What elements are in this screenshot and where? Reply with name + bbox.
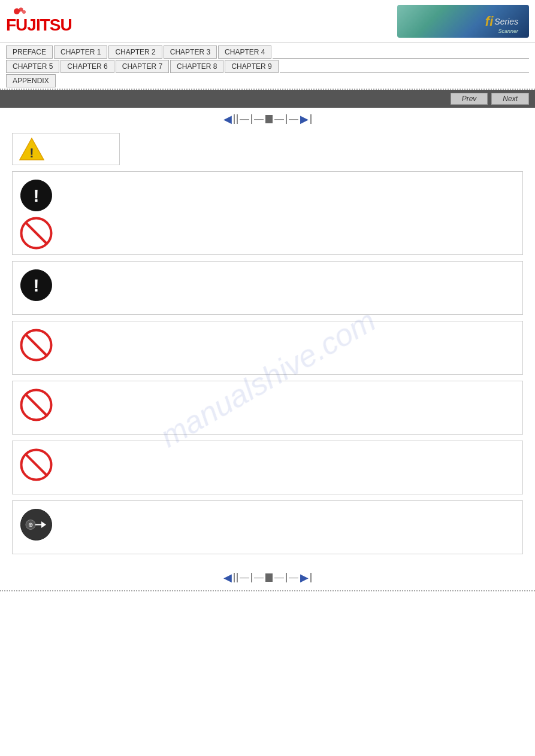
header-banner: fi Series Scanner	[397, 5, 529, 38]
navigation-tabs: PREFACE CHAPTER 1 CHAPTER 2 CHAPTER 3 CH…	[0, 43, 535, 90]
nav-sep-b3: —	[274, 572, 284, 583]
nav-current-block	[265, 115, 273, 123]
nav-bar-1	[234, 114, 235, 124]
nav-bar-b1	[234, 573, 235, 582]
no-symbol-icon-3	[20, 388, 53, 421]
banner-fi-text: fi	[485, 14, 493, 29]
info-box-6: ⊕	[12, 500, 523, 554]
tab-chapter1[interactable]: CHAPTER 1	[54, 45, 107, 59]
nav-bar-4	[286, 114, 287, 124]
tab-chapter5[interactable]: CHAPTER 5	[6, 60, 59, 73]
nav-separator-4: —	[289, 114, 298, 125]
info-box-2: !	[12, 261, 523, 315]
exclamation-circle-icon-2: !	[20, 269, 53, 302]
page-nav-top: ◀ — — — — ▶	[0, 113, 535, 126]
tab-chapter4[interactable]: CHAPTER 4	[218, 45, 271, 59]
info-box-1: !	[12, 171, 523, 255]
banner-subtitle-text: Scanner	[498, 28, 518, 34]
page-nav-bottom: ◀ — — — — ▶	[0, 571, 535, 584]
content-area: ! ! !	[0, 130, 535, 566]
no-symbol-icon-1	[20, 217, 53, 250]
nav-sep-b1: —	[240, 572, 249, 583]
info-box-4	[12, 381, 523, 435]
nav-current-block-bottom	[265, 573, 273, 582]
info-box-3	[12, 321, 523, 375]
nav-bar-b2	[237, 573, 238, 582]
last-page-icon-bottom[interactable]: ▶	[300, 571, 309, 584]
tab-chapter7[interactable]: CHAPTER 7	[116, 60, 169, 73]
svg-text:!: !	[34, 275, 40, 295]
warning-triangle-icon: !	[19, 137, 45, 161]
nav-row-1: PREFACE CHAPTER 1 CHAPTER 2 CHAPTER 3 CH…	[6, 45, 529, 59]
tab-chapter3[interactable]: CHAPTER 3	[164, 45, 217, 59]
svg-text:!: !	[29, 145, 34, 160]
no-symbol-icon-4	[20, 448, 53, 481]
last-page-icon[interactable]: ▶	[300, 113, 309, 126]
nav-separator-1: —	[240, 114, 249, 125]
header: FUJITSU fi Series Scanner	[0, 0, 535, 43]
tab-preface[interactable]: PREFACE	[6, 45, 53, 59]
logo: FUJITSU	[6, 7, 78, 37]
nav-bar-b5	[310, 573, 312, 582]
footer-divider	[0, 590, 535, 591]
first-page-icon-bottom[interactable]: ◀	[223, 571, 232, 584]
next-button[interactable]: Next	[491, 93, 529, 105]
tab-chapter6[interactable]: CHAPTER 6	[61, 60, 114, 73]
tab-chapter9[interactable]: CHAPTER 9	[225, 60, 278, 73]
toolbar: Prev Next	[0, 90, 535, 108]
exclamation-circle-icon-1: !	[20, 179, 53, 212]
svg-point-0	[14, 8, 20, 14]
svg-point-2	[22, 10, 26, 14]
svg-text:!: !	[34, 186, 40, 205]
nav-bar-b3	[251, 573, 252, 582]
nav-bar-b4	[286, 573, 287, 582]
nav-separator-2: —	[254, 114, 264, 125]
warning-header-box: !	[12, 133, 120, 165]
svg-text:⊕: ⊕	[28, 521, 33, 528]
first-page-icon[interactable]: ◀	[223, 113, 232, 126]
banner-series-text: Series	[494, 17, 518, 26]
nav-row-2: CHAPTER 5 CHAPTER 6 CHAPTER 7 CHAPTER 8 …	[6, 60, 529, 73]
nav-row-3: APPENDIX	[6, 74, 529, 87]
prev-button[interactable]: Prev	[451, 93, 488, 105]
nav-bar-2	[237, 114, 238, 124]
fujitsu-logo-icon: FUJITSU	[6, 7, 78, 37]
nav-sep-b4: —	[289, 572, 298, 583]
nav-bar-3	[251, 114, 252, 124]
nav-bar-5	[310, 114, 312, 124]
tab-chapter2[interactable]: CHAPTER 2	[108, 45, 162, 59]
tab-chapter8[interactable]: CHAPTER 8	[170, 60, 223, 73]
svg-text:FUJITSU: FUJITSU	[6, 16, 72, 34]
tab-appendix[interactable]: APPENDIX	[6, 74, 56, 87]
no-symbol-icon-2	[20, 329, 53, 362]
info-box-5	[12, 441, 523, 494]
nav-sep-b2: —	[254, 572, 264, 583]
nav-separator-3: —	[274, 114, 284, 125]
plug-icon: ⊕	[20, 508, 53, 541]
